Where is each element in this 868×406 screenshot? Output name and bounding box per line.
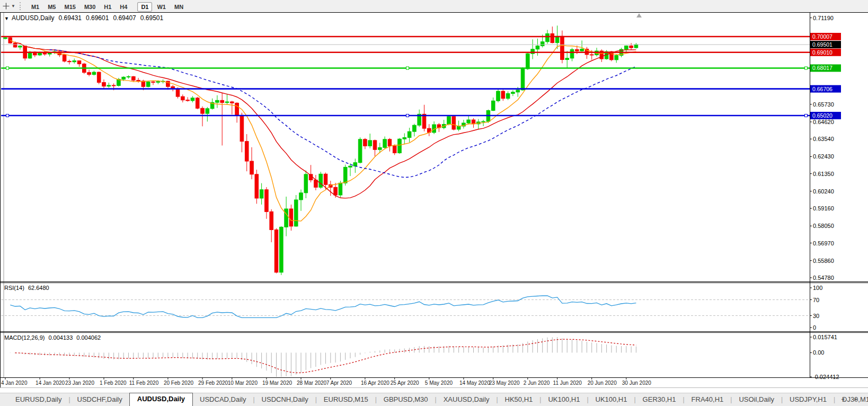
rsi-name: RSI(14): [4, 285, 24, 291]
macd-main-value: 0.004133: [48, 334, 73, 341]
top-toolbar: ▼ M1M5M15M30H1H4D1W1MN: [0, 0, 868, 12]
date-label: 5 May 2020: [425, 380, 453, 386]
date-label: 16 Apr 2020: [361, 380, 389, 386]
timeframe-button-M1[interactable]: M1: [28, 2, 43, 12]
rsi-value: 62.6480: [28, 285, 49, 291]
macd-signal-value: 0.004062: [76, 334, 101, 341]
ohlc-high: 0.69601: [86, 14, 109, 22]
line-handle: [6, 67, 9, 69]
chart-tab-eurusd-m15[interactable]: EURUSD,M15: [317, 393, 375, 406]
date-label: 25 Apr 2020: [391, 380, 419, 386]
price-tick-label: 0.60240: [813, 188, 834, 195]
date-label: 14 Jan 2020: [36, 380, 65, 386]
timeframe-button-H4[interactable]: H4: [116, 2, 131, 12]
line-handle: [406, 114, 409, 117]
line-handle: [406, 67, 409, 69]
chart-tab-gbpusd-m30[interactable]: GBPUSD,M30: [377, 393, 435, 406]
chart-tab-xauusd-daily[interactable]: XAUUSD,Daily: [437, 393, 497, 406]
rsi-scale-label: 100: [813, 285, 822, 291]
date-label: 29 Feb 2020: [198, 380, 228, 386]
price-tick-label: 0.65730: [813, 101, 834, 108]
chart-tab-usdcnh-daily[interactable]: USDCNH,Daily: [255, 393, 315, 406]
price-badge-label: 0.65020: [812, 112, 832, 119]
macd-scale-label: 0.015741: [813, 334, 837, 340]
price-tick-label: 0.56970: [813, 240, 834, 246]
chevron-down-icon[interactable]: ▼: [11, 4, 15, 8]
tab-scroll-right-icon[interactable]: ►: [854, 396, 858, 402]
price-badge-label: 0.70007: [812, 33, 832, 40]
date-label: 19 Mar 2020: [262, 380, 293, 386]
rsi-scale-label: 30: [813, 313, 819, 319]
ohlc-low: 0.69407: [113, 14, 136, 22]
macd-scale-label: -0.024412: [813, 374, 839, 380]
price-tick-label: 0.63540: [813, 136, 834, 142]
price-tick-label: 0.59160: [813, 205, 834, 211]
line-handle: [805, 67, 808, 69]
chart-tab-fra40-h1[interactable]: FRA40,H1: [685, 393, 731, 406]
tab-scroll-left-icon[interactable]: ◄: [840, 396, 845, 402]
line-handle: [6, 114, 9, 117]
chart-tab-eurusd-daily[interactable]: EURUSD,Daily: [8, 393, 68, 406]
date-label: 28 Mar 2020: [297, 380, 327, 386]
date-label: 14 May 2020: [459, 380, 490, 386]
price-badge-label: 0.66706: [812, 86, 832, 92]
price-tick-label: 0.58050: [813, 223, 834, 229]
timeframe-button-M15[interactable]: M15: [60, 2, 79, 12]
line-handle: [805, 114, 808, 117]
chart-tab-audusd-daily[interactable]: AUDUSD,Daily: [129, 393, 193, 406]
timeframe-button-M5[interactable]: M5: [44, 2, 59, 12]
price-tick-label: 0.55860: [813, 258, 834, 264]
symbol-period-label: AUDUSD,Daily: [12, 14, 55, 22]
rsi-indicator-label: RSI(14)62.6480: [4, 285, 49, 291]
macd-indicator-label: MACD(12,26,9)0.0041330.004062: [4, 334, 101, 341]
chart-tab-uk100-h1[interactable]: UK100,H1: [589, 393, 634, 406]
chart-title: ▼AUDUSD,Daily0.694310.696010.694070.6950…: [4, 14, 163, 22]
macd-name: MACD(12,26,9): [4, 334, 45, 341]
ohlc-close: 0.69501: [140, 14, 163, 22]
collapse-triangle-icon[interactable]: ▼: [4, 16, 9, 21]
chart-tab-ger30-h1[interactable]: GER30,H1: [636, 393, 683, 406]
crosshair-tool-icon[interactable]: [2, 2, 10, 10]
price-tick-label: 0.62430: [813, 153, 834, 160]
date-label: 11 Feb 2020: [129, 380, 159, 386]
date-label: 20 Feb 2020: [164, 380, 194, 386]
rsi-scale-label: 70: [813, 297, 819, 303]
price-chart-canvas[interactable]: 100703000.0157410.00-0.0244120.711900.67…: [0, 0, 868, 406]
date-label: 4 Jan 2020: [1, 380, 28, 386]
timeframe-button-W1[interactable]: W1: [153, 2, 170, 12]
price-badge-label: 0.69501: [812, 41, 832, 48]
date-label: 10 Mar 2020: [228, 380, 258, 386]
chart-tab-bar: EURUSD,Daily|USDCHF,DailyAUDUSD,DailyUSD…: [0, 393, 868, 406]
date-label: 23 May 2020: [489, 380, 520, 386]
chart-tab-usdchf-daily[interactable]: USDCHF,Daily: [70, 393, 129, 406]
chart-tab-uk100-h1[interactable]: UK100,H1: [541, 393, 587, 406]
macd-scale-label: 0.00: [813, 349, 824, 356]
timeframe-button-M30[interactable]: M30: [81, 2, 99, 12]
chart-background: [0, 12, 868, 393]
date-label: 23 Jan 2020: [65, 380, 94, 386]
date-label: 7 Apr 2020: [326, 380, 352, 386]
toolbar-grip[interactable]: [20, 2, 23, 10]
rsi-scale-label: 0: [813, 324, 816, 331]
chart-tab-hk50-h1[interactable]: HK50,H1: [498, 393, 540, 406]
timeframe-button-H1[interactable]: H1: [100, 2, 115, 12]
date-label: 30 Jun 2020: [622, 380, 651, 386]
timeframe-button-D1[interactable]: D1: [137, 2, 152, 12]
chart-tab-usoil-daily[interactable]: USOil,Daily: [732, 393, 781, 406]
date-label: 2 Jun 2020: [524, 380, 550, 386]
chart-tab-usdjpy-h1[interactable]: USDJPY,H1: [783, 393, 834, 406]
price-tick-label: 0.64620: [813, 119, 834, 125]
date-label: 1 Feb 2020: [100, 380, 127, 386]
price-tick-label: 0.54780: [813, 275, 834, 281]
tab-scroll-buttons: ◄ ►: [833, 396, 858, 402]
date-label: 11 Jun 2020: [553, 380, 582, 386]
price-badge-label: 0.68017: [812, 65, 832, 71]
date-label: 20 Jun 2020: [588, 380, 617, 386]
timeframe-button-MN[interactable]: MN: [171, 2, 187, 12]
chart-tab-usdcad-daily[interactable]: USDCAD,Daily: [193, 393, 253, 406]
price-tick-label: 0.61350: [813, 171, 834, 177]
ohlc-open: 0.69431: [59, 14, 82, 22]
price-tick-label: 0.71190: [813, 15, 834, 21]
price-badge-label: 0.69010: [812, 49, 832, 56]
timeframe-buttons: M1M5M15M30H1H4D1W1MN: [27, 2, 188, 11]
